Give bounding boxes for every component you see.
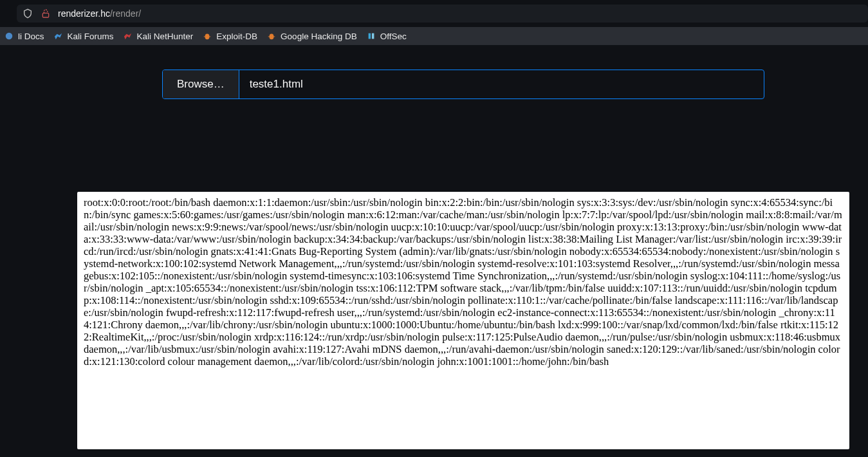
page-content: Browse… teste1.html root:x:0:0:root:/roo… bbox=[0, 45, 868, 457]
url-host: renderizer.hc bbox=[58, 8, 110, 19]
bookmark-item-forums[interactable]: Kali Forums bbox=[53, 31, 114, 41]
bookmark-item-offsec[interactable]: OffSec bbox=[366, 31, 407, 41]
file-upload-field[interactable]: Browse… teste1.html bbox=[162, 70, 764, 99]
browse-button[interactable]: Browse… bbox=[163, 70, 239, 98]
shield-icon[interactable] bbox=[22, 8, 33, 19]
bookmark-label: li Docs bbox=[18, 32, 44, 41]
svg-point-1 bbox=[6, 33, 13, 40]
svg-point-2 bbox=[205, 34, 210, 40]
svg-rect-9 bbox=[372, 33, 374, 39]
bookmark-item-ghdb[interactable]: Google Hacking DB bbox=[266, 31, 357, 41]
bookmark-item-exploitdb[interactable]: Exploit-DB bbox=[202, 31, 257, 41]
bookmark-label: Google Hacking DB bbox=[281, 32, 357, 41]
bookmark-label: Kali Forums bbox=[68, 32, 114, 41]
dragon-icon bbox=[123, 31, 133, 41]
bookmark-icon bbox=[4, 31, 14, 41]
url-path: /render/ bbox=[110, 8, 141, 19]
passwd-dump-text: root:x:0:0:root:/root:/bin/bash daemon:x… bbox=[84, 196, 842, 368]
offsec-icon bbox=[366, 31, 376, 41]
bookmarks-bar: li Docs Kali Forums Kali NetHunter Explo… bbox=[0, 27, 868, 45]
dragon-icon bbox=[53, 31, 64, 41]
url-bar-container: renderizer.hc/render/ bbox=[0, 4, 868, 23]
bug-icon bbox=[202, 31, 212, 41]
svg-rect-0 bbox=[42, 13, 48, 17]
bookmark-item-docs[interactable]: li Docs bbox=[4, 31, 44, 41]
bookmark-label: Exploit-DB bbox=[216, 32, 257, 41]
bug-icon bbox=[266, 31, 277, 41]
svg-rect-8 bbox=[368, 33, 371, 39]
url-bar[interactable]: renderizer.hc/render/ bbox=[17, 5, 868, 23]
bookmark-label: Kali NetHunter bbox=[137, 32, 194, 41]
lock-icon[interactable] bbox=[40, 8, 51, 19]
url-text[interactable]: renderizer.hc/render/ bbox=[58, 8, 141, 19]
output-panel: root:x:0:0:root:/root:/bin/bash daemon:x… bbox=[77, 192, 849, 449]
bookmark-label: OffSec bbox=[380, 32, 407, 41]
svg-point-5 bbox=[270, 34, 274, 40]
bookmark-item-nethunter[interactable]: Kali NetHunter bbox=[123, 31, 194, 41]
selected-file-name[interactable]: teste1.html bbox=[239, 70, 764, 98]
